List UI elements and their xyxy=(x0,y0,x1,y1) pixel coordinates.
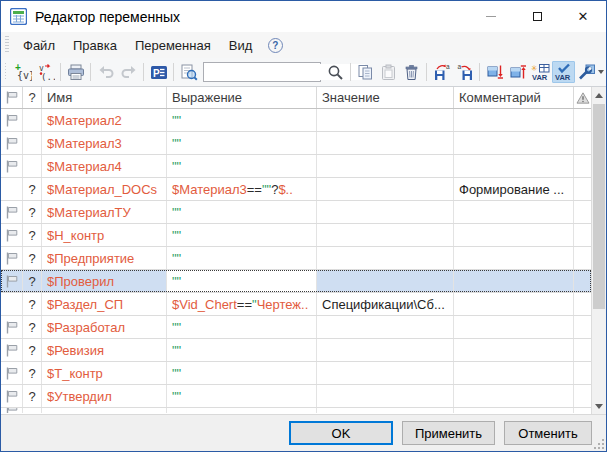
value-cell[interactable] xyxy=(317,247,454,269)
table-row-partial[interactable] xyxy=(1,408,591,413)
help-cell[interactable] xyxy=(23,132,42,154)
variable-name-cell[interactable]: $Материал2 xyxy=(42,109,167,131)
comment-cell[interactable] xyxy=(454,270,574,292)
help-cell[interactable] xyxy=(23,408,42,413)
resize-grip[interactable] xyxy=(594,439,604,449)
value-cell[interactable] xyxy=(317,408,454,413)
cancel-button[interactable]: Отменить xyxy=(504,421,592,445)
settings-button[interactable] xyxy=(575,61,598,83)
comment-cell[interactable] xyxy=(454,155,574,177)
variable-name-cell[interactable]: $Раздел_СП xyxy=(42,293,167,315)
menu-view[interactable]: Вид xyxy=(220,34,262,57)
value-cell[interactable] xyxy=(317,316,454,338)
preview-button[interactable] xyxy=(177,61,200,83)
expression-cell[interactable]: "" xyxy=(167,201,317,223)
help-cell[interactable] xyxy=(23,155,42,177)
table-row[interactable]: ?$Т_контр"" xyxy=(1,362,591,385)
flag-cell[interactable] xyxy=(1,362,23,384)
variable-name-cell[interactable]: $Утвердил xyxy=(42,385,167,407)
expression-cell[interactable]: "" xyxy=(167,270,317,292)
column-header-flag[interactable] xyxy=(1,87,23,108)
table-row[interactable]: $Материал3"" xyxy=(1,132,591,155)
copy-button[interactable] xyxy=(354,61,377,83)
table-row[interactable]: $Материал2"" xyxy=(1,109,591,132)
toolbar-grip[interactable] xyxy=(5,63,6,81)
scrollbar-thumb[interactable] xyxy=(593,104,605,309)
help-cell[interactable]: ? xyxy=(23,339,42,361)
flag-cell[interactable] xyxy=(1,132,23,154)
variable-list-button[interactable]: ✳ VAR xyxy=(529,61,552,83)
comment-cell[interactable] xyxy=(454,132,574,154)
value-cell[interactable] xyxy=(317,385,454,407)
expression-cell[interactable]: "" xyxy=(167,132,317,154)
variable-name-cell[interactable] xyxy=(42,408,167,413)
vertical-scrollbar[interactable] xyxy=(591,87,606,414)
variable-name-cell[interactable]: $Предприятие xyxy=(42,247,167,269)
help-cell[interactable]: ? xyxy=(23,293,42,315)
expression-cell[interactable]: $Материал3 == ""? $.. xyxy=(167,178,317,200)
variable-name-cell[interactable]: $Н_контр xyxy=(42,224,167,246)
table-row[interactable]: ?$Разработал"" xyxy=(1,316,591,339)
expression-cell[interactable]: "" xyxy=(167,155,317,177)
comment-cell[interactable] xyxy=(454,385,574,407)
column-header-warning[interactable] xyxy=(574,87,591,108)
expression-cell[interactable]: "" xyxy=(167,385,317,407)
flag-cell[interactable] xyxy=(1,178,23,200)
search-button[interactable] xyxy=(324,61,347,83)
export-variables-button[interactable]: a xyxy=(430,61,453,83)
help-cell[interactable] xyxy=(23,109,42,131)
table-row[interactable]: $Материал4"" xyxy=(1,155,591,178)
comment-cell[interactable] xyxy=(454,247,574,269)
flag-cell[interactable] xyxy=(1,155,23,177)
flag-cell[interactable] xyxy=(1,109,23,131)
table-row[interactable]: ?$Раздел_СП$Vid_Chert=="Чертеж..Специфик… xyxy=(1,293,591,316)
help-cell[interactable]: ? xyxy=(23,178,42,200)
minimize-button[interactable] xyxy=(468,1,514,32)
value-cell[interactable] xyxy=(317,132,454,154)
scroll-up-button[interactable] xyxy=(592,87,606,103)
ok-button[interactable]: OK xyxy=(289,421,393,445)
value-cell[interactable] xyxy=(317,362,454,384)
table-row[interactable]: ?$Ревизия"" xyxy=(1,339,591,362)
flag-cell[interactable] xyxy=(1,247,23,269)
flag-cell[interactable] xyxy=(1,201,23,223)
expression-cell[interactable]: $Vid_Chert=="Чертеж.. xyxy=(167,293,317,315)
flag-cell[interactable] xyxy=(1,408,23,413)
print-button[interactable] xyxy=(64,61,87,83)
comment-cell[interactable]: Формирование ... xyxy=(454,178,574,200)
comment-cell[interactable] xyxy=(454,316,574,338)
comment-cell[interactable] xyxy=(454,201,574,223)
comment-cell[interactable] xyxy=(454,293,574,315)
paste-button[interactable] xyxy=(377,61,400,83)
expression-cell[interactable]: "" xyxy=(167,339,317,361)
expression-cell[interactable]: "" xyxy=(167,316,317,338)
undo-button[interactable] xyxy=(94,61,117,83)
maximize-button[interactable] xyxy=(514,1,560,32)
column-header-expression[interactable]: Выражение xyxy=(167,87,317,108)
comment-cell[interactable] xyxy=(454,224,574,246)
move-up-button[interactable] xyxy=(506,61,529,83)
expression-cell[interactable]: "" xyxy=(167,247,317,269)
help-cell[interactable]: ? xyxy=(23,316,42,338)
table-row[interactable]: ?$Материал_DOCs$Материал3 == ""? $..Форм… xyxy=(1,178,591,201)
variable-name-cell[interactable]: $Материал_DOCs xyxy=(42,178,167,200)
comment-cell[interactable] xyxy=(454,109,574,131)
insert-variable-button[interactable]: v (..) xyxy=(34,61,57,83)
expression-cell[interactable]: "" xyxy=(167,362,317,384)
apply-button[interactable]: Применить xyxy=(402,421,495,445)
table-row[interactable]: ?$МатериалТУ"" xyxy=(1,201,591,224)
titlebar[interactable]: Редактор переменных ✕ xyxy=(1,1,606,32)
value-cell[interactable]: Спецификации\Сб... xyxy=(317,293,454,315)
help-button[interactable]: ? xyxy=(263,35,287,55)
flag-cell[interactable] xyxy=(1,385,23,407)
toolbar-overflow-button[interactable] xyxy=(598,61,604,83)
column-header-help[interactable]: ? xyxy=(23,87,42,108)
variable-name-cell[interactable]: $Разработал xyxy=(42,316,167,338)
menu-edit[interactable]: Правка xyxy=(64,34,126,57)
flag-cell[interactable] xyxy=(1,270,23,292)
show-variable-values-toggle[interactable]: VAR xyxy=(552,61,575,83)
help-cell[interactable]: ? xyxy=(23,224,42,246)
scroll-down-button[interactable] xyxy=(592,398,606,414)
delete-button[interactable] xyxy=(400,61,423,83)
flag-cell[interactable] xyxy=(1,224,23,246)
